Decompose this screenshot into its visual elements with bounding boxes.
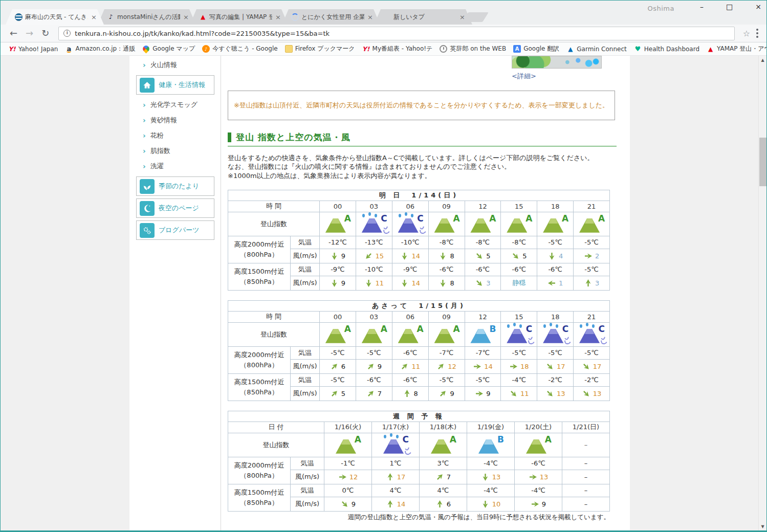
tab-close-icon[interactable]: × <box>274 13 282 21</box>
temperature-row: 高度2000m付近（800hPa）気温-12℃-13℃-10℃-8℃-8℃-8℃… <box>228 236 610 249</box>
climbing-index-cell: C <box>392 212 428 236</box>
bookmark-item[interactable]: ♪今すぐ聴こう - Google <box>199 43 281 54</box>
address-bar[interactable]: i tenkura.n-kishou.co.jp/tk/kanko/kad.ht… <box>58 27 734 40</box>
bookmark-item[interactable]: ▲Garmin Connect <box>563 44 630 54</box>
sidebar-box-item[interactable]: ブログパーツ <box>136 220 214 240</box>
close-button[interactable]: × <box>755 3 761 10</box>
column-header-cell: 03 <box>356 201 392 212</box>
table-title: 明 日 1/14(日) <box>228 190 610 201</box>
scrollbar-thumb[interactable] <box>759 138 766 186</box>
chevron-right-icon: › <box>143 131 146 140</box>
back-button-icon[interactable]: ← <box>10 29 17 38</box>
bookmark-item[interactable]: Y!My番組表 - Yahoo!テ <box>359 43 436 54</box>
wind-direction-arrow <box>580 387 592 400</box>
climbing-index-cell: C <box>356 212 392 236</box>
wind-cell: 12 <box>324 470 372 484</box>
main-column: <詳細> ※登山指数は山頂付近、近隣市町村の天気は役所付近の情報であることを分か… <box>221 56 630 531</box>
tab-close-icon[interactable]: × <box>90 13 98 21</box>
altitude-pressure: （800hPa） <box>228 360 290 370</box>
sidebar-nav: ›火山情報健康・生活情報›光化学スモッグ›黄砂情報›花粉›肌指数›洗濯季節のたよ… <box>129 56 221 531</box>
bookmark-item[interactable]: ♥Health Dashboard <box>630 44 703 54</box>
wind-direction-arrow <box>364 279 373 287</box>
wind-cell: 14 <box>465 359 501 373</box>
minimize-button[interactable]: – <box>700 3 704 10</box>
sidebar-item[interactable]: ›黄砂情報 <box>129 113 221 128</box>
map-detail-link[interactable]: <詳細> <box>512 72 536 81</box>
area-map-thumbnail[interactable]: <詳細> <box>512 56 602 81</box>
temperature-row: 高度1500m付近（850hPa）気温-5℃-6℃-6℃-5℃-5℃-4℃-2℃… <box>228 373 610 386</box>
column-header-row: 時 間0003060912151821 <box>228 311 610 322</box>
temperature-cell: -5℃ <box>574 236 610 249</box>
wind-cell: 13 <box>467 470 515 484</box>
bookmark-item[interactable]: 英辞郎 on the WEB <box>436 43 510 54</box>
wind-speed-value: 9 <box>542 500 546 508</box>
wind-cell: – <box>562 497 610 511</box>
sidebar-box-item[interactable]: 季節のたより <box>136 176 214 196</box>
wind-cell: 静穏 <box>501 276 537 290</box>
bookmark-label: Garmin Connect <box>577 46 626 53</box>
table-title-row: 週 間 予 報 <box>228 411 610 422</box>
wind-speed-value: 13 <box>492 473 501 481</box>
browser-tab[interactable]: 新しいタブ× <box>374 9 472 25</box>
sidebar-box-item[interactable]: 夜空のページ <box>136 198 214 218</box>
wind-speed-value: 3 <box>486 279 490 287</box>
wind-direction-arrow <box>473 250 486 262</box>
raindrop-icon <box>519 324 522 328</box>
climbing-index-icon: A <box>397 325 424 344</box>
column-header-cell: 15 <box>501 311 537 322</box>
browser-tab[interactable]: ♪monstaMiniさんの活動日× <box>98 9 196 25</box>
bookmark-item[interactable]: ▲YAMAP 登山・アウトド <box>703 43 766 54</box>
wind-row-label: 風(m/s) <box>291 249 320 263</box>
temperature-cell: -7℃ <box>465 346 501 359</box>
wind-speed-value: 9 <box>341 252 345 260</box>
page-info-icon[interactable]: i <box>63 30 71 37</box>
reload-button-icon[interactable]: ↻ <box>41 29 49 38</box>
sidebar-box-item[interactable]: 健康・生活情報 <box>136 75 214 95</box>
tab-close-icon[interactable]: × <box>366 13 374 21</box>
bookmark-item[interactable]: Y!Yahoo! Japan <box>5 44 61 54</box>
temperature-cell: -4℃ <box>501 373 537 386</box>
tab-close-icon[interactable]: × <box>182 13 190 21</box>
wind-speed-value: 8 <box>414 390 418 397</box>
sidebar-item-label: 洗濯 <box>150 162 164 171</box>
profile-name[interactable]: Oshima <box>648 5 675 12</box>
title-bar[interactable]: Oshima – □ × 麻布山の天気 - てんきとく(×♪monstaMini… <box>1 1 766 25</box>
sidebar-item[interactable]: ›光化学スモッグ <box>129 97 221 113</box>
sidebar-item[interactable]: ›花粉 <box>129 128 221 143</box>
temperature-row: 高度1500m付近（850hPa）気温0℃4℃4℃-4℃-4℃– <box>228 484 610 497</box>
sprout-icon <box>140 179 155 194</box>
browser-tab[interactable]: ▲写真の編集 | YAMAP 登× <box>190 9 288 25</box>
browser-tab[interactable]: 麻布山の天気 - てんきとく(× <box>6 9 104 25</box>
sidebar-item-label: 夜空のページ <box>159 204 199 213</box>
sidebar-item[interactable]: ›肌指数 <box>129 143 221 159</box>
index-grade-letter: A <box>355 434 361 445</box>
wind-cell: 7 <box>420 470 467 484</box>
scroll-down-icon[interactable]: ▼ <box>759 522 766 531</box>
temperature-cell: -13℃ <box>356 236 392 249</box>
bookmark-item[interactable]: aAmazon.co.jp：通販 <box>61 43 139 54</box>
browser-menu-icon[interactable] <box>756 29 758 38</box>
bookmark-item[interactable]: Firefox ブックマーク <box>281 43 359 54</box>
wind-direction-arrow <box>386 500 395 508</box>
temp-row-label: 気温 <box>291 346 320 359</box>
forward-button-icon[interactable]: → <box>26 29 33 38</box>
bookmark-star-icon[interactable]: ☆ <box>743 29 750 38</box>
scroll-up-icon[interactable]: ▲ <box>759 56 766 64</box>
browser-tab[interactable]: とにかく女性登用 企業の× <box>282 9 380 25</box>
sidebar-item[interactable]: ›火山情報 <box>129 57 221 73</box>
raindrop-icon <box>507 324 510 328</box>
sidebar-item[interactable]: ›洗濯 <box>129 159 221 174</box>
maximize-button[interactable]: □ <box>726 3 733 10</box>
wind-speed-value: 12 <box>448 363 456 370</box>
column-header-cell: 1/19(金) <box>467 422 515 433</box>
temperature-cell: -6℃ <box>537 263 574 276</box>
wind-cell: 9 <box>465 386 501 401</box>
bookmark-item[interactable]: Google マップ <box>139 43 199 54</box>
vertical-scrollbar[interactable]: ▲ ▼ <box>758 56 766 531</box>
chevron-right-icon: › <box>143 147 146 155</box>
url-text[interactable]: tenkura.n-kishou.co.jp/tk/kanko/kad.html… <box>75 30 330 37</box>
bookmark-item[interactable]: AGoogle 翻訳 <box>510 43 563 54</box>
map-image[interactable] <box>512 56 602 69</box>
column-header-cell: 09 <box>428 201 465 212</box>
wind-direction-arrow <box>400 279 409 287</box>
